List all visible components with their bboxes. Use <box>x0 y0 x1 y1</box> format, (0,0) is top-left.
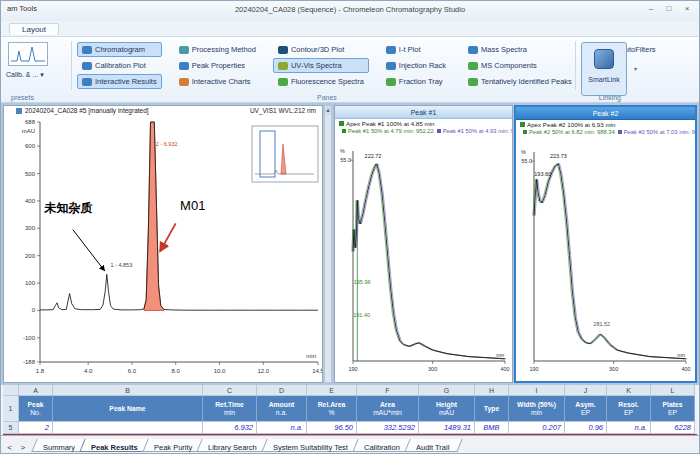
row-number[interactable]: 1 <box>3 396 19 422</box>
column-letter-f[interactable]: F <box>357 385 419 396</box>
column-letter-d[interactable]: D <box>257 385 307 396</box>
chromatogram-plot[interactable]: 6886005004003002001000-100-188mAU1.84.06… <box>4 106 322 382</box>
annotation-arrow <box>160 223 176 251</box>
ribbon-button-i-t-plot[interactable]: I-t Plot <box>381 42 451 57</box>
data-cell-type[interactable]: BMB <box>475 422 509 434</box>
data-cell-asym[interactable]: 0.96 <box>565 422 607 434</box>
minimize-button[interactable]: – <box>643 2 659 15</box>
spectrum-label: 193.60 <box>534 171 551 177</box>
spectrum-panel-1-title[interactable]: Peak #1 <box>335 106 512 119</box>
preset-thumbnail[interactable] <box>8 42 48 66</box>
data-cell-amount[interactable]: n.a. <box>257 422 307 434</box>
ribbon-button-chromatogram[interactable]: Chromatogram <box>77 42 162 57</box>
header-cell-width-50[interactable]: Width (50%)min <box>509 396 565 422</box>
ribbon-button-interactive-charts[interactable]: Interactive Charts <box>174 74 261 89</box>
spectrum-panel-2-title[interactable]: Peak #2 <box>516 107 695 120</box>
header-cell-ret-time[interactable]: Ret.Timemin <box>203 396 257 422</box>
ribbon-button-interactive-results[interactable]: Interactive Results <box>77 74 162 89</box>
column-letter-l[interactable]: L <box>651 385 695 396</box>
ribbon-button-label: Peak Properties <box>192 61 245 70</box>
ribbon-button-injection-rack[interactable]: Injection Rack <box>381 58 451 73</box>
data-cell-width-50[interactable]: 0.207 <box>509 422 565 434</box>
row-number[interactable]: 5 <box>3 422 19 434</box>
ribbon-button-mass-spectra[interactable]: Mass Spectra <box>463 42 577 57</box>
column-letter-a[interactable]: A <box>19 385 53 396</box>
spectrum-plot-2[interactable]: %55.0190300400nm223.73193.60281.52 <box>516 144 693 381</box>
close-button[interactable]: × <box>679 2 695 15</box>
data-cell-rel-area[interactable]: 96.50 <box>307 422 357 434</box>
svg-text:8.0: 8.0 <box>172 368 181 374</box>
header-cell-area[interactable]: AreamAU*min <box>357 396 419 422</box>
tab-scroll-left[interactable]: < <box>5 441 14 454</box>
svg-text:nm: nm <box>677 352 685 358</box>
ribbon-button-uv-vis-spectra[interactable]: UV-Vis Spectra <box>273 58 369 73</box>
tab-layout[interactable]: Layout <box>9 23 59 35</box>
legend-entry: Peak #2 50% at 7.03 min: 988.92 <box>624 129 695 135</box>
calib-preset-button[interactable]: Calib. & ... ▾ <box>6 71 44 79</box>
zoom-inset[interactable] <box>252 126 318 182</box>
peak-properties-icon <box>179 62 189 70</box>
ribbon-button-label: Calibration Plot <box>95 61 146 70</box>
data-cell-height[interactable]: 1489.31 <box>419 422 475 434</box>
data-cell-area[interactable]: 332.5292 <box>357 422 419 434</box>
legend-swatch <box>437 129 441 133</box>
data-cell-ret-time[interactable]: 6.932 <box>203 422 257 434</box>
smartlink-button[interactable]: SmartLink <box>581 42 627 96</box>
sheet-tab-library-search[interactable]: Library Search <box>196 439 270 452</box>
group-label-panes: Panes <box>317 94 337 101</box>
spectrum-label: 222.72 <box>365 153 382 159</box>
ribbon-button-peak-properties[interactable]: Peak Properties <box>174 58 261 73</box>
header-cell-asym[interactable]: Asym.EP <box>565 396 607 422</box>
spectrum-panel-2-legend: Apex Peak #2 100% at 6.93 min Peak #2 50… <box>516 120 695 144</box>
sheet-tab-label: Calibration <box>364 442 400 454</box>
scroll-up-icon[interactable]: ▲ <box>325 106 331 115</box>
ribbon-button-tentatively-identified-peaks[interactable]: Tentatively Identified Peaks <box>463 74 577 89</box>
column-letter-e[interactable]: E <box>307 385 357 396</box>
column-letter-i[interactable]: I <box>509 385 565 396</box>
column-letter-j[interactable]: J <box>565 385 607 396</box>
data-cell-peak-name[interactable] <box>53 422 203 434</box>
header-cell-height[interactable]: HeightmAU <box>419 396 475 422</box>
svg-text:400: 400 <box>500 366 509 372</box>
maximize-button[interactable]: □ <box>661 2 677 15</box>
ribbon-button-calibration-plot[interactable]: Calibration Plot <box>77 58 162 73</box>
panes-area: 20240204_CA028 #5 [manually integrated] … <box>1 103 699 385</box>
spectrum-panel-1: Peak #1 Apex Peak #1 100% at 4.85 min Pe… <box>334 105 513 383</box>
column-letter-k[interactable]: K <box>607 385 651 396</box>
column-letter-c[interactable]: C <box>203 385 257 396</box>
header-cell-resol[interactable]: Resol.EP <box>607 396 651 422</box>
spectrum-label: 223.73 <box>550 153 567 159</box>
spectrum-label: 191.40 <box>353 312 370 318</box>
spectrum-plot-1[interactable]: %55.0190300400nm222.72195.96191.40 <box>335 143 512 382</box>
data-cell-plates[interactable]: 6228 <box>651 422 695 434</box>
pane-scrollbar[interactable]: ▲ <box>324 105 332 383</box>
svg-text:min: min <box>306 353 316 359</box>
column-letter-g[interactable]: G <box>419 385 475 396</box>
header-cell-peak[interactable]: PeakNo. <box>19 396 53 422</box>
chromatogram-legend-label: 20240204_CA028 #5 [manually integrated] <box>25 107 149 114</box>
ribbon-button-ms-components[interactable]: MS Components <box>463 58 577 73</box>
smartlink-label: SmartLink <box>582 76 626 83</box>
header-cell-rel-area[interactable]: Rel.Area% <box>307 396 357 422</box>
ribbon-button-processing-method[interactable]: Processing Method <box>174 42 261 57</box>
header-cell-type[interactable]: Type <box>475 396 509 422</box>
sheet-tab-label: Peak Results <box>91 442 138 454</box>
ribbon-button-fraction-tray[interactable]: Fraction Tray <box>381 74 451 89</box>
header-cell-plates[interactable]: PlatesEP <box>651 396 695 422</box>
header-cell-amount[interactable]: Amountn.a. <box>257 396 307 422</box>
data-cell-resol[interactable]: n.a. <box>607 422 651 434</box>
sheet-tab-audit-trail[interactable]: Audit Trail <box>404 439 463 452</box>
ms-components-icon <box>468 62 478 70</box>
sheet-tab-system-suitability-test[interactable]: System Suitability Test <box>261 439 361 452</box>
legend-swatch <box>342 129 346 133</box>
ribbon-button-fluorescence-spectra[interactable]: Fluorescence Spectra <box>273 74 369 89</box>
smartlink-dropdown[interactable]: ▾ <box>634 65 637 72</box>
svg-text:400: 400 <box>25 198 36 204</box>
data-cell-peak[interactable]: 2 <box>19 422 53 434</box>
sheet-tab-peak-results[interactable]: Peak Results <box>79 439 151 452</box>
tab-scroll-right[interactable]: > <box>18 441 27 454</box>
column-letter-h[interactable]: H <box>475 385 509 396</box>
ribbon-button-contour-3d-plot[interactable]: Contour/3D Plot <box>273 42 369 57</box>
column-letter-b[interactable]: B <box>53 385 203 396</box>
header-cell-peak-name[interactable]: Peak Name <box>53 396 203 422</box>
